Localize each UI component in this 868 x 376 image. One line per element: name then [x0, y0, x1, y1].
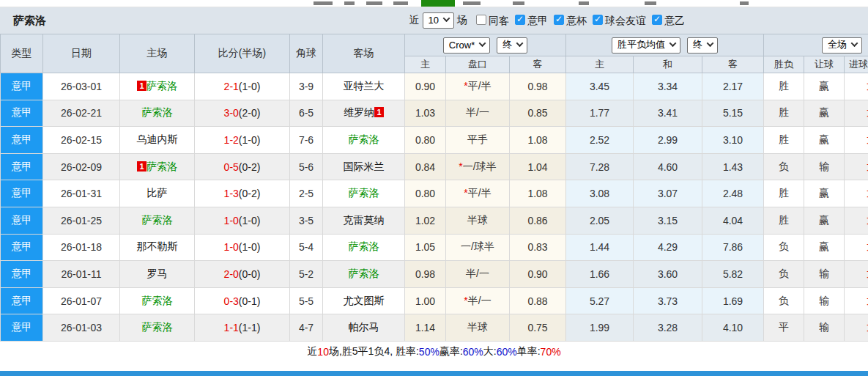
away-odds-cell: 1.04 — [510, 153, 566, 180]
corner-cell: 5-4 — [290, 234, 323, 261]
scope-select[interactable]: 全场 — [822, 37, 862, 54]
spread-cell: 输 — [804, 261, 845, 288]
cropped-text-fragment — [344, 1, 355, 5]
date-cell: 26-02-15 — [43, 127, 120, 154]
sub-header-home-odds: 主 — [405, 56, 446, 73]
avg-win-cell: 1.66 — [566, 261, 634, 288]
avg-draw-cell: 4.60 — [634, 153, 702, 180]
handicap-cell: 一/球半 — [446, 234, 510, 261]
avg-lose-cell: 3.10 — [702, 127, 764, 154]
sub-header-avg-win: 主 — [566, 56, 634, 73]
avg-win-cell: 1.99 — [566, 314, 634, 342]
filter-checkbox-意乙[interactable] — [652, 15, 662, 25]
avg-lose-cell: 2.48 — [702, 180, 764, 207]
team-title: 萨索洛 — [13, 14, 46, 28]
score-cell: 0-5(0-2) — [195, 153, 290, 180]
league-filter-checkboxes: 同客意甲意杯球会友谊意乙 — [470, 14, 685, 28]
away-team-cell: 萨索洛 — [323, 180, 405, 207]
cropped-text-fragment — [645, 1, 656, 5]
away-team-cell: 萨索洛 — [323, 261, 405, 288]
team-name: 乌迪内斯 — [137, 133, 178, 145]
filter-label: 同客 — [489, 15, 509, 26]
match-history-table: 类型 日期 主场 比分(半场) 角球 客场 Crow* 终 — [0, 34, 868, 342]
league-cell: 意甲 — [1, 100, 43, 127]
team-name: 比萨 — [147, 187, 168, 199]
league-cell: 意甲 — [1, 153, 43, 180]
cropped-top-toolbar — [0, 0, 868, 7]
home-team-cell: 萨索洛 — [120, 287, 195, 314]
match-row: 意甲26-02-15乌迪内斯1-2(1-0)7-6萨索洛0.80平手1.082.… — [1, 127, 868, 154]
goals-cell: 大 — [845, 180, 868, 207]
avg-win-cell: 3.08 — [566, 180, 634, 207]
cropped-text-fragment — [463, 1, 481, 5]
team-name: 萨索洛 — [349, 268, 379, 279]
spread-cell: 赢 — [804, 73, 845, 100]
home-odds-cell: 1.03 — [405, 100, 446, 127]
chevron-down-icon — [669, 40, 677, 47]
goals-cell: 大 — [845, 73, 868, 100]
filter-label: 意乙 — [664, 15, 685, 26]
handicap-cell: *平/半 — [446, 73, 510, 100]
cropped-text-fragment — [393, 1, 408, 5]
result-cell: 负 — [764, 287, 804, 314]
score-cell: 1-0(1-0) — [195, 207, 290, 234]
team-name: 罗马 — [147, 268, 168, 279]
avg-odds-group-header: 胜平负均值 终 — [566, 34, 764, 56]
sub-header-avg-draw: 和 — [634, 56, 702, 73]
home-team-cell: 1萨索洛 — [120, 73, 195, 100]
match-count-select[interactable]: 10 — [423, 12, 454, 29]
col-header-away: 客场 — [323, 34, 405, 73]
filter-controls: 近 10 场 同客意甲意杯球会友谊意乙 — [409, 7, 685, 34]
bookmaker-time-select[interactable]: 终 — [497, 37, 527, 54]
footer-stat-segment: 近 — [307, 345, 317, 358]
rank-badge: 1 — [137, 161, 146, 172]
corner-cell: 5-6 — [290, 153, 323, 180]
avg-draw-cell: 3.41 — [634, 100, 702, 127]
col-header-type: 类型 — [1, 34, 43, 73]
footer-stat-segment: 赢率: — [439, 345, 463, 358]
filter-checkbox-意杯[interactable] — [554, 15, 564, 25]
away-odds-cell: 1.08 — [510, 127, 566, 154]
rank-badge: 1 — [137, 81, 146, 91]
footer-stat-segment: 60% — [497, 346, 517, 358]
avg-time-select[interactable]: 终 — [687, 37, 718, 54]
corner-cell: 2-5 — [290, 180, 323, 207]
goals-cell: 大 — [845, 153, 868, 180]
cropped-text-fragment — [579, 1, 589, 5]
bottom-blue-bar — [0, 371, 868, 376]
filter-checkbox-意甲[interactable] — [515, 15, 525, 25]
corner-cell: 4-7 — [290, 314, 323, 342]
handicap-cell: 半/一 — [446, 100, 510, 127]
spread-cell: 赢 — [804, 207, 845, 234]
corner-cell: 7-6 — [290, 127, 323, 154]
match-row: 意甲26-01-18那不勒斯1-0(1-0)5-4萨索洛1.05一/球半0.83… — [1, 234, 868, 261]
away-team-cell: 克雷莫纳 — [323, 207, 405, 234]
league-cell: 意甲 — [1, 207, 43, 234]
handicap-group-header: Crow* 终 — [405, 34, 566, 56]
team-name: 萨索洛 — [142, 214, 173, 226]
cropped-green-button[interactable] — [421, 0, 455, 7]
avg-lose-cell: 4.10 — [702, 314, 764, 342]
avg-lose-cell: 2.17 — [702, 73, 764, 100]
league-cell: 意甲 — [1, 127, 43, 154]
avg-odds-select[interactable]: 胜平负均值 — [612, 37, 680, 54]
avg-win-cell: 1.44 — [566, 234, 634, 261]
score-cell: 0-3(0-1) — [195, 287, 290, 314]
date-cell: 26-03-01 — [43, 73, 120, 100]
date-cell: 26-02-21 — [43, 100, 120, 127]
result-cell: 胜 — [764, 127, 804, 154]
filter-checkbox-球会友谊[interactable] — [593, 15, 603, 25]
avg-draw-cell: 3.73 — [634, 287, 702, 314]
cropped-text-fragment — [513, 1, 524, 5]
sub-header-handicap: 盘口 — [446, 56, 510, 73]
score-cell: 2-1(1-0) — [195, 73, 290, 100]
home-odds-cell: 1.05 — [405, 234, 446, 261]
home-team-cell: 1萨索洛 — [120, 153, 195, 180]
team-name: 萨索洛 — [349, 240, 379, 252]
avg-draw-cell: 3.28 — [634, 314, 702, 342]
goals-cell: 大 — [845, 314, 868, 342]
bookmaker-select[interactable]: Crow* — [443, 37, 490, 54]
avg-draw-cell: 3.15 — [634, 207, 702, 234]
filter-checkbox-同客[interactable] — [476, 15, 486, 25]
away-odds-cell: 0.85 — [510, 100, 566, 127]
